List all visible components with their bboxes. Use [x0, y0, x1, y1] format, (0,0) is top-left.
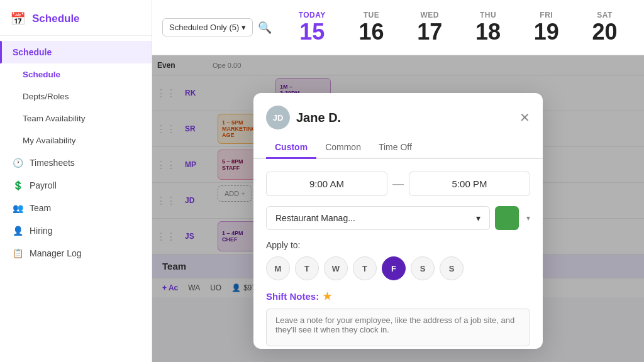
- timesheets-icon: 🕐: [13, 158, 23, 168]
- modal-overlay[interactable]: JD Jane D. ✕ Custom Common Time Off 9: [152, 55, 644, 362]
- sidebar-item-payroll[interactable]: 💲 Payroll: [0, 174, 152, 197]
- color-chevron-icon: ▾: [526, 214, 530, 222]
- sidebar-header: 📅 Schedule: [0, 0, 152, 36]
- sidebar-item-label: Schedule: [13, 47, 52, 57]
- color-swatch[interactable]: [495, 206, 519, 230]
- sidebar-item-label: Timesheets: [30, 158, 75, 168]
- day-tuesday[interactable]: T: [295, 256, 319, 280]
- day-num: 19: [534, 19, 559, 45]
- time-row: 9:00 AM — 5:00 PM: [266, 172, 530, 196]
- day-name: TUE: [364, 11, 380, 19]
- day-friday[interactable]: F: [382, 256, 406, 280]
- modal-employee-info: JD Jane D.: [266, 106, 341, 129]
- sidebar-item-depts[interactable]: Depts/Roles: [0, 85, 152, 107]
- sidebar-item-schedule-main[interactable]: Schedule: [0, 41, 152, 63]
- employee-name: Jane D.: [296, 111, 341, 125]
- sidebar-item-manager-log[interactable]: 📋 Manager Log: [0, 242, 152, 265]
- schedule-body: Even Ope 0.00 ⋮⋮ RK 1M –3:30PMCHEF ⋮⋮ SR…: [152, 55, 644, 362]
- modal-body: 9:00 AM — 5:00 PM Restaurant Manag... ▾: [253, 159, 543, 349]
- calendar-icon: 📅: [10, 11, 26, 26]
- chevron-down-icon: ▾: [242, 23, 246, 32]
- day-name: TODAY: [299, 11, 326, 19]
- filter-label: Scheduled Only (5): [169, 23, 239, 32]
- sidebar-item-schedule[interactable]: Schedule: [0, 63, 152, 85]
- role-select[interactable]: Restaurant Manag... ▾: [266, 206, 490, 230]
- sidebar-item-timesheets[interactable]: 🕐 Timesheets: [0, 151, 152, 174]
- day-name: WED: [421, 11, 440, 19]
- day-name: SAT: [597, 11, 613, 19]
- cal-day-sat[interactable]: SAT 20: [585, 6, 625, 50]
- cal-day-tue[interactable]: TUE 16: [352, 6, 392, 50]
- close-button[interactable]: ✕: [519, 110, 530, 125]
- notes-textarea[interactable]: [266, 309, 530, 346]
- sidebar-item-label: My Availability: [23, 136, 76, 145]
- day-name: FRI: [540, 11, 553, 19]
- cal-day-wed[interactable]: WED 17: [409, 6, 450, 50]
- manager-log-icon: 📋: [13, 248, 23, 258]
- sidebar-item-team-avail[interactable]: Team Availability: [0, 107, 152, 129]
- search-button[interactable]: 🔍: [258, 21, 272, 35]
- day-num: 17: [417, 19, 442, 45]
- calendar-days: TODAY 15 TUE 16 WED 17 THU 18 FRI 19 SAT…: [282, 6, 634, 50]
- time-start-field[interactable]: 9:00 AM: [266, 172, 387, 196]
- sidebar-item-label: Schedule: [23, 70, 60, 79]
- app-title: Schedule: [32, 13, 80, 25]
- tab-custom[interactable]: Custom: [266, 137, 316, 159]
- time-end-field[interactable]: 5:00 PM: [409, 172, 530, 196]
- payroll-icon: 💲: [13, 180, 23, 190]
- shift-modal: JD Jane D. ✕ Custom Common Time Off 9: [253, 93, 543, 349]
- sidebar: 📅 Schedule Schedule Schedule Depts/Roles…: [0, 0, 152, 362]
- sidebar-item-label: Depts/Roles: [23, 92, 69, 101]
- day-thursday[interactable]: T: [353, 256, 377, 280]
- tab-time-off[interactable]: Time Off: [370, 137, 421, 159]
- sidebar-item-label: Payroll: [30, 180, 57, 190]
- hiring-icon: 👤: [13, 226, 23, 236]
- avatar: JD: [266, 106, 290, 129]
- time-separator: —: [392, 177, 404, 190]
- cal-day-fri[interactable]: FRI 19: [526, 6, 567, 50]
- modal-header: JD Jane D. ✕: [253, 93, 543, 137]
- star-icon: ★: [323, 290, 331, 302]
- sidebar-item-team[interactable]: 👥 Team: [0, 197, 152, 219]
- day-num: 18: [475, 19, 501, 45]
- sidebar-item-label: Manager Log: [30, 248, 82, 258]
- sidebar-item-my-avail[interactable]: My Availability: [0, 129, 152, 151]
- team-icon: 👥: [13, 203, 23, 213]
- shift-notes-label: Shift Notes: ★: [266, 290, 530, 302]
- day-num: 20: [592, 19, 618, 45]
- cal-day-thu[interactable]: THU 18: [468, 6, 508, 50]
- sidebar-item-label: Team Availability: [23, 114, 86, 123]
- day-saturday[interactable]: S: [411, 256, 435, 280]
- day-wednesday[interactable]: W: [324, 256, 348, 280]
- sidebar-item-label: Team: [30, 203, 51, 213]
- sidebar-item-label: Hiring: [30, 226, 53, 236]
- scheduled-filter[interactable]: Scheduled Only (5) ▾: [162, 18, 253, 36]
- tab-common[interactable]: Common: [316, 137, 370, 159]
- apply-label: Apply to:: [266, 240, 530, 250]
- day-monday[interactable]: M: [266, 256, 290, 280]
- day-num: 16: [359, 19, 384, 45]
- main-content: Scheduled Only (5) ▾ 🔍 TODAY 15 TUE 16 W…: [152, 0, 644, 362]
- calendar-header: Scheduled Only (5) ▾ 🔍 TODAY 15 TUE 16 W…: [152, 0, 644, 55]
- role-row: Restaurant Manag... ▾ ▾: [266, 206, 530, 230]
- header-left: Scheduled Only (5) ▾ 🔍: [162, 18, 272, 36]
- cal-day-today[interactable]: TODAY 15: [291, 6, 333, 50]
- sidebar-nav: Schedule Schedule Depts/Roles Team Avail…: [0, 36, 152, 362]
- day-num: 15: [299, 19, 325, 45]
- days-row: M T W T F S S: [266, 256, 530, 280]
- day-name: THU: [480, 11, 496, 19]
- modal-tabs: Custom Common Time Off: [253, 137, 543, 159]
- day-sunday[interactable]: S: [440, 256, 464, 280]
- chevron-down-icon: ▾: [476, 213, 480, 223]
- sidebar-item-hiring[interactable]: 👤 Hiring: [0, 219, 152, 242]
